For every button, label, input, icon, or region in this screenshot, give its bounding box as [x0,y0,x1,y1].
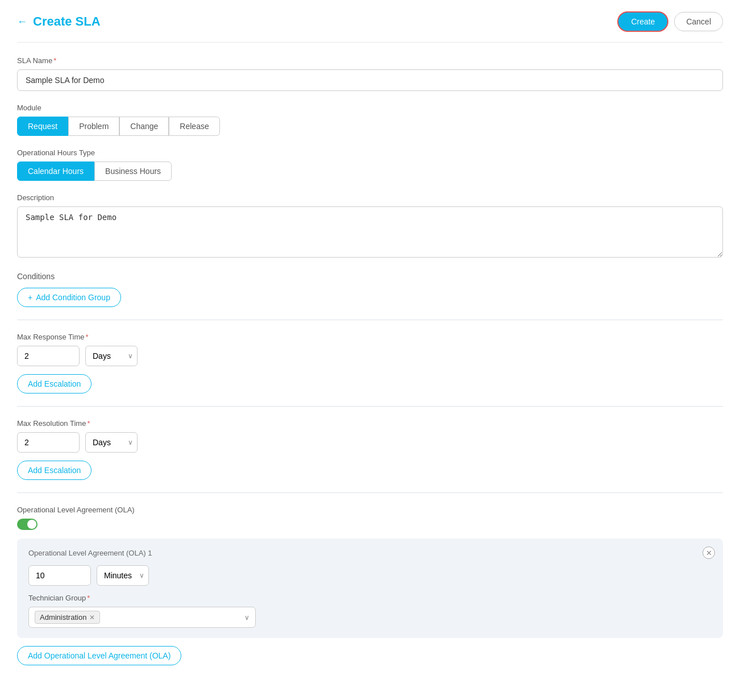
tag-label: Administration [40,613,86,622]
divider-1 [17,320,723,320]
module-tabs: Request Problem Change Release [17,117,723,136]
back-arrow-icon[interactable]: ← [17,16,27,28]
conditions-section: Conditions + Add Condition Group [17,272,723,307]
conditions-label: Conditions [17,272,723,281]
header-left: ← Create SLA [17,14,101,29]
module-label: Module [17,103,723,112]
technician-group-tag: Administration ✕ [35,611,100,624]
description-input[interactable]: Sample SLA for Demo [17,206,723,258]
max-response-label: Max Response Time* [17,333,723,341]
tab-change[interactable]: Change [119,117,169,136]
max-resolution-label: Max Resolution Time* [17,419,723,428]
chevron-down-icon: ∨ [244,614,250,622]
ola-time-row: Minutes Hours Days [28,565,712,586]
create-button[interactable]: Create [617,11,668,32]
max-response-input[interactable] [17,346,80,366]
module-section: Module Request Problem Change Release [17,103,723,136]
add-ola-button[interactable]: Add Operational Level Agreement (OLA) [17,646,181,665]
required-star: * [53,56,56,65]
max-resolution-unit-wrapper: Days Hours Minutes [85,432,138,453]
sla-name-label: SLA Name* [17,56,723,65]
add-ola-label: Add Operational Level Agreement (OLA) [28,651,171,660]
ola-section: Operational Level Agreement (OLA) Operat… [17,506,723,665]
ola-unit-wrapper: Minutes Hours Days [97,565,149,586]
max-response-section: Max Response Time* Days Hours Minutes Ad… [17,333,723,394]
sla-name-section: SLA Name* [17,56,723,91]
ola-label: Operational Level Agreement (OLA) [17,506,723,514]
cancel-button[interactable]: Cancel [674,12,723,31]
add-escalation-response-button[interactable]: Add Escalation [17,374,92,394]
hours-tabs: Calendar Hours Business Hours [17,161,723,181]
technician-group-select[interactable]: Administration ✕ ∨ [28,607,256,628]
add-escalation-response-label: Add Escalation [28,379,81,388]
ola-unit-select[interactable]: Minutes Hours Days [97,565,149,586]
ola-toggle[interactable] [17,519,38,530]
close-icon: ✕ [706,549,712,557]
page-header: ← Create SLA Create Cancel [17,11,723,43]
max-response-unit-select[interactable]: Days Hours Minutes [85,346,138,366]
technician-group-label: Technician Group* [28,594,712,602]
divider-2 [17,406,723,407]
add-condition-group-button[interactable]: + Add Condition Group [17,288,121,307]
add-condition-group-label: Add Condition Group [36,293,110,302]
tab-release[interactable]: Release [169,117,219,136]
tag-remove-icon[interactable]: ✕ [89,614,95,622]
page-title: Create SLA [33,14,101,29]
max-response-time-row: Days Hours Minutes [17,346,723,366]
max-response-unit-wrapper: Days Hours Minutes [85,346,138,366]
max-resolution-time-row: Days Hours Minutes [17,432,723,453]
ola-card-title: Operational Level Agreement (OLA) 1 [28,549,712,557]
max-resolution-section: Max Resolution Time* Days Hours Minutes … [17,419,723,480]
ola-card-1: Operational Level Agreement (OLA) 1 ✕ Mi… [17,539,723,638]
hours-type-label: Operational Hours Type [17,148,723,157]
divider-3 [17,492,723,493]
add-escalation-resolution-button[interactable]: Add Escalation [17,461,92,480]
description-section: Description Sample SLA for Demo [17,193,723,259]
tab-problem[interactable]: Problem [68,117,119,136]
tab-business-hours[interactable]: Business Hours [94,161,172,181]
sla-name-input[interactable] [17,69,723,91]
hours-type-section: Operational Hours Type Calendar Hours Bu… [17,148,723,181]
add-escalation-resolution-label: Add Escalation [28,466,81,475]
ola-time-input[interactable] [28,565,91,586]
max-resolution-unit-select[interactable]: Days Hours Minutes [85,432,138,453]
plus-icon: + [28,293,32,302]
tab-request[interactable]: Request [17,117,68,136]
ola-close-button[interactable]: ✕ [702,546,715,559]
tab-calendar-hours[interactable]: Calendar Hours [17,161,94,181]
description-label: Description [17,193,723,202]
header-actions: Create Cancel [617,11,723,32]
max-resolution-input[interactable] [17,432,80,453]
